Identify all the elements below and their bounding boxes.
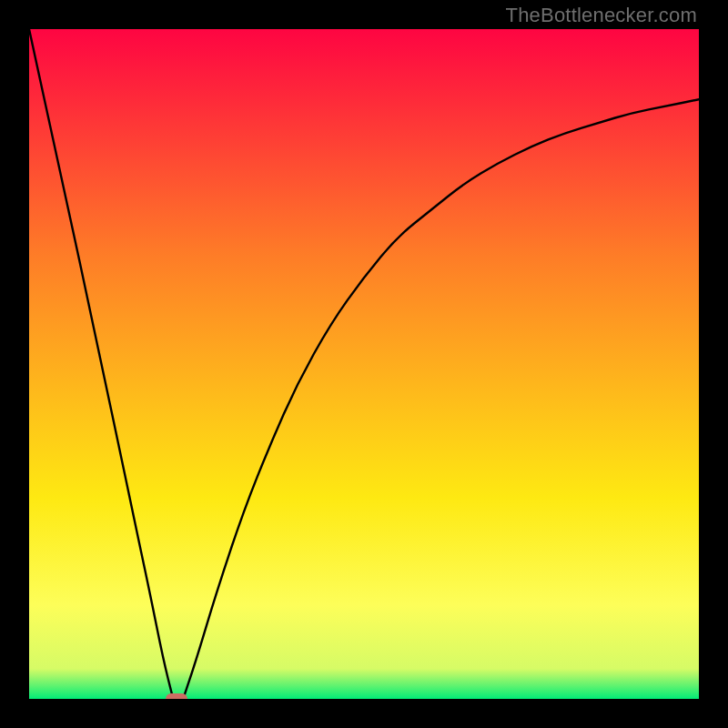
bottleneck-curve [29,29,699,699]
min-marker-dot [166,693,187,699]
chart-frame [29,29,699,699]
watermark-text: TheBottlenecker.com [506,4,697,27]
plot-area [29,29,699,699]
